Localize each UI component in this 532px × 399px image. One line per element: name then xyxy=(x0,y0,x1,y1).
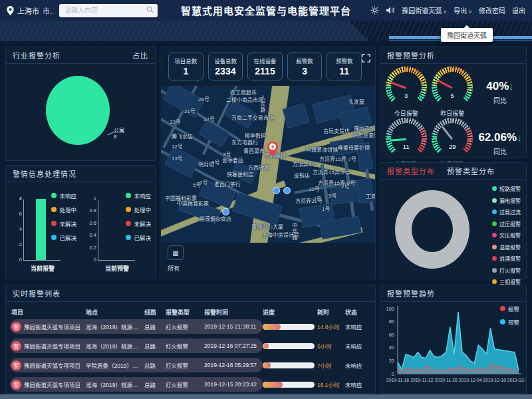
cell-duration: 7小时 xyxy=(317,361,345,369)
map-label: 创亨食品 xyxy=(222,158,243,164)
y-tick-label: 0 xyxy=(94,257,96,263)
legend-dot xyxy=(51,221,57,226)
legend-item[interactable]: 处理中 xyxy=(126,205,151,213)
legend-item[interactable]: 未解决 xyxy=(51,219,76,227)
search-input[interactable] xyxy=(59,4,158,17)
city-map[interactable]: 农工商超市二楼小商品市场万商二手交易市场头发屋26号21号33号37号12号3号… xyxy=(161,86,375,243)
legend-dot xyxy=(492,268,497,273)
legend-item[interactable]: 过压报警 xyxy=(492,220,521,227)
alarm-badge: 警 xyxy=(11,341,21,351)
panel-title: 警情信息处理情况 xyxy=(13,168,76,179)
legend-item[interactable]: 浪涌报警 xyxy=(492,255,521,262)
map-filter-button[interactable]: ▦ xyxy=(168,245,184,260)
legend-label: 浪涌报警 xyxy=(499,255,521,262)
gauge-dial[interactable]: 5 xyxy=(432,66,473,108)
location-selector[interactable]: 上海市 市.. xyxy=(7,5,54,16)
legend-dot xyxy=(126,235,131,240)
device-marker[interactable] xyxy=(222,208,229,215)
legend-item[interactable]: 已解决 xyxy=(126,233,151,241)
legend-item[interactable]: 打火报警 xyxy=(492,267,521,274)
search-icon[interactable] xyxy=(146,6,154,13)
legend-dot xyxy=(492,233,497,237)
alarm-pin-icon[interactable] xyxy=(267,142,278,156)
legend-label: 报警 xyxy=(508,305,519,313)
alarm-badge: 警 xyxy=(11,380,21,390)
stat-label: 在线设备 xyxy=(253,57,276,65)
map-label: 13号 xyxy=(172,156,183,162)
pie-label: 公寓8 xyxy=(114,128,124,140)
panel-subtitle[interactable]: 占比 xyxy=(132,50,148,61)
stat-card[interactable]: 设备总数2334 xyxy=(208,53,243,80)
gauge-dial[interactable]: 29 xyxy=(432,118,473,159)
legend-dot xyxy=(492,209,497,214)
legend-item[interactable]: 漏电报警 xyxy=(492,197,521,204)
legend-item[interactable]: 欠压报警 xyxy=(492,231,521,239)
logout-link[interactable]: 退出 xyxy=(512,5,525,15)
map-label: 人民路 xyxy=(259,95,265,113)
panel-title: 报警预警分析 xyxy=(387,50,435,61)
stat-card[interactable]: 在线设备2115 xyxy=(247,53,283,80)
bar-未响应[interactable] xyxy=(36,199,46,260)
table-row[interactable]: 警豫园街道灭弧专项项目淞海（2019）桃源路55弄4...总路打火报警2019-… xyxy=(11,377,370,392)
fullscreen-icon[interactable] xyxy=(362,54,370,63)
legend-item[interactable]: 已解决 xyxy=(51,233,76,241)
cell-progress xyxy=(263,343,317,349)
map-label: 37号 xyxy=(203,116,215,122)
pie-slice-apartment[interactable] xyxy=(46,76,110,145)
cell-line: 总路 xyxy=(144,361,166,369)
legend-item[interactable]: 未响应 xyxy=(51,192,76,200)
map-filter-label: 所有 xyxy=(168,264,180,273)
legend-item[interactable]: 温度报警 xyxy=(492,243,521,251)
type-donut-chart[interactable] xyxy=(395,190,469,269)
column-header: 线路 xyxy=(144,308,166,317)
legend-dot xyxy=(51,193,57,198)
trend-legend: 报警预警 xyxy=(500,305,519,326)
legend-item[interactable]: 过载过流 xyxy=(492,208,521,215)
svg-text:60: 60 xyxy=(389,332,394,338)
map-label: 农工商超市 xyxy=(230,90,257,96)
gauge-dial[interactable]: 11 xyxy=(386,118,427,159)
map-label: 万商二手交易市场 xyxy=(231,115,274,121)
table-row[interactable]: 警豫园街道灭弧专项项目淞海（2019）桃源路41号 6...总路打火报警2019… xyxy=(11,338,370,353)
stat-card[interactable]: 项目总数1 xyxy=(168,53,203,80)
down-arrow-icon: ↓ xyxy=(517,132,522,143)
device-marker[interactable] xyxy=(273,187,280,194)
district-label[interactable]: 市.. xyxy=(43,5,54,16)
legend-item[interactable]: 处理中 xyxy=(51,205,76,213)
legend-item[interactable]: 未响应 xyxy=(126,192,151,200)
map-label: 青西菜市 xyxy=(243,148,265,154)
table-row[interactable]: 警豫园街道灭弧专项项目学院居委（2019）盛家宅7...总路打火报警2019-1… xyxy=(11,358,370,372)
legend-label: 已解决 xyxy=(134,233,151,241)
tab-报警类型分布[interactable]: 报警类型分布 xyxy=(387,166,435,176)
svg-text:2019-12-10: 2019-12-10 xyxy=(483,378,506,382)
gauge-dial[interactable]: 3 xyxy=(386,66,427,108)
stat-card[interactable]: 预警数11 xyxy=(327,53,362,80)
change-password-link[interactable]: 修改密码 xyxy=(479,5,505,15)
legend-label: 未解决 xyxy=(134,219,151,227)
city-label[interactable]: 上海市 xyxy=(17,5,39,16)
progress-bar xyxy=(263,343,315,349)
export-menu[interactable]: 导出∨ xyxy=(454,5,472,15)
stat-card[interactable]: 报警数3 xyxy=(287,53,323,80)
legend-item[interactable]: 短路报警 xyxy=(492,185,521,192)
cell-project: 警豫园街道灭弧专项项目 xyxy=(11,341,86,351)
speaker-icon[interactable] xyxy=(386,6,395,15)
legend-item[interactable]: 预警 xyxy=(500,318,519,326)
table-row[interactable]: 警豫园街道灭弧专项项目淞海（2019）桃源路55号...总路打火报警2019-1… xyxy=(11,319,370,334)
column-header: 进度 xyxy=(263,308,317,317)
industry-alarm-panel: 行业报警分析占比 公寓8 xyxy=(5,47,156,161)
legend-item[interactable]: 报警 xyxy=(500,305,519,313)
cell-alarm-type: 打火报警 xyxy=(166,380,204,388)
device-marker[interactable] xyxy=(283,187,291,194)
type-legend: 短路报警漏电报警过载过流过压报警欠压报警温度报警浪涌报警打火报警三相报警 xyxy=(492,185,521,285)
map-label: 方浜弄31号 xyxy=(295,198,323,204)
project-selector[interactable]: 豫园街道灭弧∨ xyxy=(402,5,447,15)
legend-item[interactable]: 未解决 xyxy=(126,219,151,227)
gauge-今日报警: 3今日报警 xyxy=(383,66,430,118)
map-label: 腾飞水店 xyxy=(172,134,193,140)
map-building xyxy=(356,178,374,204)
tab-预警类型分布[interactable]: 预警类型分布 xyxy=(447,166,495,176)
legend-label: 已解决 xyxy=(59,233,76,241)
cell-location: 淞海（2019）桃源路55号... xyxy=(86,323,144,331)
gear-icon[interactable] xyxy=(370,6,379,15)
